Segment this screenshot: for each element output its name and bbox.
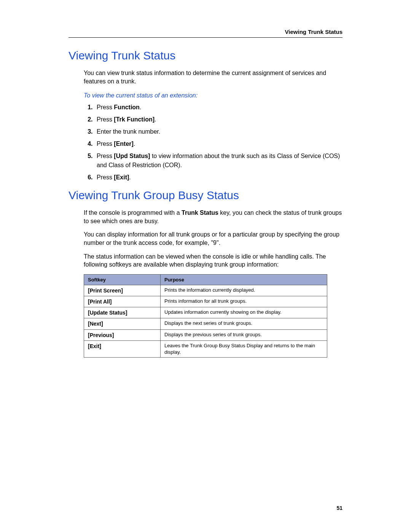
purpose-cell: Leaves the Trunk Group Busy Status Displ… [161,340,327,358]
purpose-cell: Prints the information currently display… [161,285,327,296]
table-header-softkey: Softkey [84,274,161,285]
section1-steps: Press Function. Press [Trk Function]. En… [84,103,342,182]
step-text: Enter the trunk number. [97,128,160,135]
softkey-cell: [Print Screen] [84,285,161,296]
section1-title: Viewing Trunk Status [68,49,342,62]
step-text: Press [97,174,114,181]
softkey-cell: [Print All] [84,296,161,307]
section2-title: Viewing Trunk Group Busy Status [68,189,342,202]
step-text: Press [97,116,114,123]
step-bold: Function [114,104,140,110]
softkey-cell: [Next] [84,318,161,329]
table-row: [Previous] Displays the previous series … [84,329,327,340]
softkey-cell: [Previous] [84,329,161,340]
step-text: Press [97,141,114,147]
table-row: [Exit] Leaves the Trunk Group Busy Statu… [84,340,327,358]
step-text: . [134,141,135,147]
purpose-cell: Updates information currently showing on… [161,307,327,318]
step-bold: [Exit] [114,174,129,181]
step-2: Press [Trk Function]. [94,115,342,124]
step-1: Press Function. [94,103,342,112]
step-bold: [Upd Status] [114,153,150,159]
table-header-purpose: Purpose [161,274,327,285]
step-5: Press [Upd Status] to view information a… [94,152,342,170]
para-text: If the console is programmed with a [84,209,182,216]
page-number: 51 [336,505,342,511]
purpose-cell: Displays the next series of trunk groups… [161,318,327,329]
step-3: Enter the trunk number. [94,127,342,136]
softkey-cell: [Exit] [84,340,161,358]
step-text: Press [97,104,114,110]
step-bold: [Trk Function] [114,116,155,123]
softkey-table: Softkey Purpose [Print Screen] Prints th… [84,274,327,358]
section1-subheading: To view the current status of an extensi… [84,92,342,99]
softkey-cell: [Update Status] [84,307,161,318]
purpose-cell: Displays the previous series of trunk gr… [161,329,327,340]
step-text: . [140,104,141,110]
section2-para3: The status information can be viewed whe… [84,252,342,269]
table-header-row: Softkey Purpose [84,274,327,285]
step-text: Press [97,153,114,159]
para-bold: Trunk Status [182,209,218,216]
header-rule [68,37,342,38]
table-row: [Update Status] Updates information curr… [84,307,327,318]
purpose-cell: Prints information for all trunk groups. [161,296,327,307]
running-header: Viewing Trunk Status [68,29,342,35]
table-row: [Print All] Prints information for all t… [84,296,327,307]
table-row: [Next] Displays the next series of trunk… [84,318,327,329]
section2-para2: You can display information for all trun… [84,230,342,247]
step-text: . [129,174,131,181]
section2-para1: If the console is programmed with a Trun… [84,209,342,225]
step-text: . [155,116,156,123]
document-page: Viewing Trunk Status Viewing Trunk Statu… [0,0,411,532]
table-row: [Print Screen] Prints the information cu… [84,285,327,296]
step-bold: [Enter] [114,141,134,147]
section1-intro: You can view trunk status information to… [84,69,342,85]
step-4: Press [Enter]. [94,139,342,149]
step-6: Press [Exit]. [94,173,342,182]
